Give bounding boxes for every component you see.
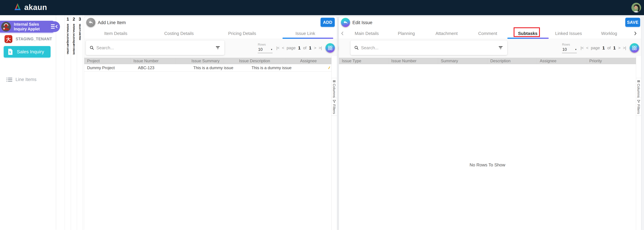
list-icon (6, 77, 12, 82)
step-number: 2 (72, 17, 75, 22)
search-icon (90, 46, 94, 50)
next-page-button[interactable]: > (314, 46, 316, 50)
filters-tool-button[interactable]: Filters (636, 98, 641, 116)
step-1-internal-sales-inquiry-listing[interactable]: 1 INTERNAL SALES INQUIRY LISTING (65, 15, 71, 230)
tab-costing-details[interactable]: Costing Details (148, 29, 210, 39)
total-pages: 1 (309, 45, 311, 51)
step-3-select-line-item[interactable]: 3 SELECT LINE ITEM (77, 15, 83, 230)
columns-tool-label: Columns (636, 84, 641, 98)
tab-issue-link[interactable]: Issue Link (274, 29, 337, 39)
tab-main-details[interactable]: Main Details (354, 29, 379, 38)
chevron-right-icon (634, 31, 637, 36)
filters-tool-label: Filters (636, 104, 641, 114)
column-header-issue-number[interactable]: Issue Number (130, 58, 176, 64)
menu-fold-icon (51, 24, 58, 29)
columns-tool-button[interactable]: Columns (332, 78, 337, 98)
page-word: page (591, 46, 600, 50)
edit-issue-panel: Edit Issue SAVE Main Details Planning At… (339, 17, 641, 230)
step-label: INTERNAL SALES INQUIRY LISTING (66, 24, 69, 54)
empty-grid-message: No Rows To Show (339, 162, 636, 168)
rows-value: 10 (562, 47, 567, 52)
add-button[interactable]: ADD (320, 18, 335, 27)
tab-linked-issues[interactable]: Linked Issues (555, 29, 582, 38)
column-header-assignee[interactable]: Assignee (537, 58, 586, 64)
panel-title: Edit Issue (352, 20, 372, 25)
left-grid-side-tools: Columns Filters (331, 56, 337, 230)
back-button[interactable] (86, 18, 95, 27)
document-dollar-icon: $ (8, 49, 13, 55)
sidebar-item-sales-inquiry[interactable]: $ Sales Inquiry (4, 46, 50, 58)
step-number: 3 (79, 17, 81, 22)
sidebar-item-line-items[interactable]: Line Items (6, 77, 36, 82)
applet-title-line1: Internal Sales (14, 22, 40, 27)
left-panel-tabbar: Item Details Costing Details Pricing Det… (84, 29, 337, 39)
akaun-logo[interactable]: akaun (13, 3, 47, 12)
tab-subtasks[interactable]: Subtasks (518, 29, 538, 38)
pager: |< < page 1 of 1 > >| (580, 45, 626, 51)
tab-attachment[interactable]: Attachment (436, 29, 458, 38)
tenant-icon: 大 (4, 35, 12, 43)
prev-page-button[interactable]: < (586, 46, 588, 50)
of-word: of (303, 46, 306, 50)
active-tab-underline (282, 38, 333, 39)
issue-link-grid: Project Issue Number Issue Summary Issue… (84, 58, 331, 230)
sidebar-collapse-button[interactable] (50, 24, 58, 29)
right-pagination-cluster: Rows 10 ▾ |< < page 1 of 1 > >| (562, 42, 639, 54)
rows-per-page-select[interactable]: Rows 10 ▾ (562, 43, 577, 53)
column-header-project[interactable]: Project (84, 58, 130, 64)
assignee-avatar-partial (328, 66, 330, 69)
step-2-internal-sales-inquiry-create[interactable]: 2 INTERNAL SALES INQUIRY CREATE (71, 15, 77, 230)
tab-worklog[interactable]: Worklog (601, 29, 617, 38)
sidebar-item-label: Line Items (16, 77, 36, 82)
first-page-button[interactable]: |< (276, 46, 279, 50)
tenant-row[interactable]: 大 STAGING_TENANT (4, 35, 52, 43)
table-row[interactable]: Dummy Project ABC-123 This is a dummy is… (84, 64, 331, 72)
prev-page-button[interactable]: < (282, 46, 284, 50)
column-layout-button[interactable] (326, 43, 335, 53)
cell-issue-number: ABC-123 (135, 65, 185, 70)
column-header-assignee[interactable]: Assignee (286, 58, 331, 64)
tab-planning[interactable]: Planning (398, 29, 415, 38)
next-page-button[interactable]: > (618, 46, 620, 50)
column-header-priority[interactable]: Priority (586, 58, 636, 64)
svg-text:$: $ (9, 51, 11, 54)
search-input[interactable] (361, 45, 498, 50)
column-layout-button[interactable] (630, 43, 639, 53)
column-header-description[interactable]: Description (487, 58, 537, 64)
of-word: of (607, 46, 611, 50)
step-number: 1 (66, 17, 69, 22)
tabs-scroll-right-button[interactable] (634, 31, 638, 36)
rows-label: Rows (562, 43, 577, 46)
column-header-issue-number[interactable]: Issue Number (388, 58, 438, 64)
headset-agent-icon (1, 22, 11, 32)
save-button[interactable]: SAVE (625, 18, 640, 27)
filter-icon[interactable] (498, 46, 503, 49)
steps-spacer (56, 15, 65, 230)
pager: |< < page 1 of 1 > >| (276, 45, 322, 51)
filters-tool-button[interactable]: Filters (332, 98, 337, 116)
columns-tool-button[interactable]: Columns (636, 78, 641, 98)
last-page-button[interactable]: >| (623, 46, 626, 50)
tabs-scroll-left-button[interactable] (341, 31, 344, 36)
cell-project: Dummy Project (84, 65, 135, 70)
app-root: akaun (0, 0, 644, 230)
tab-item-details[interactable]: Item Details (84, 29, 148, 39)
search-box[interactable] (86, 41, 224, 55)
column-header-issue-type[interactable]: Issue Type (339, 58, 388, 64)
filter-icon[interactable] (216, 46, 220, 49)
search-box[interactable] (350, 41, 507, 55)
rows-per-page-select[interactable]: Rows 10 ▾ (258, 43, 272, 53)
tab-comment[interactable]: Comment (478, 29, 497, 38)
column-header-issue-summary[interactable]: Issue Summary (176, 58, 224, 64)
tab-pricing-details[interactable]: Pricing Details (210, 29, 274, 39)
total-pages: 1 (613, 45, 616, 51)
user-avatar[interactable] (631, 3, 641, 13)
column-header-issue-description[interactable]: Issue Description (224, 58, 286, 64)
right-grid-side-tools: Columns Filters (636, 56, 641, 230)
column-header-summary[interactable]: Summary (438, 58, 488, 64)
search-input[interactable] (96, 45, 216, 50)
last-page-button[interactable]: >| (319, 46, 322, 50)
back-button[interactable] (341, 18, 350, 27)
funnel-icon (637, 100, 640, 103)
first-page-button[interactable]: |< (580, 46, 584, 50)
